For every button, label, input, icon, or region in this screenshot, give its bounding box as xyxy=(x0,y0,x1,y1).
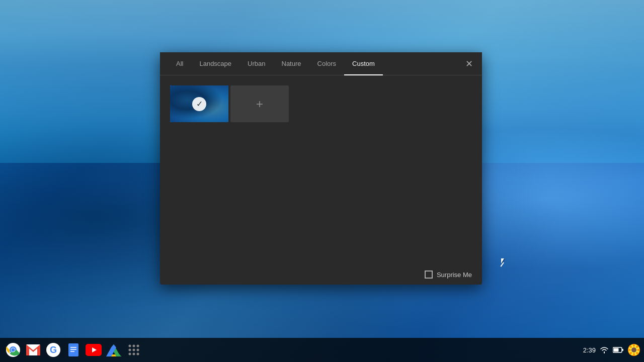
svg-point-14 xyxy=(133,345,135,347)
tab-urban[interactable]: Urban xyxy=(239,53,273,75)
taskbar-youtube[interactable] xyxy=(85,341,103,359)
plus-icon: + xyxy=(256,97,263,111)
tab-colors[interactable]: Colors xyxy=(309,53,345,75)
svg-point-15 xyxy=(137,345,139,347)
taskbar-drive[interactable] xyxy=(105,341,123,359)
wallpaper-dialog: All Landscape Urban Nature Colors Custom… xyxy=(160,52,482,285)
wifi-icon xyxy=(600,346,609,353)
tab-all[interactable]: All xyxy=(168,53,191,75)
taskbar-apps-launcher[interactable] xyxy=(125,341,143,359)
taskbar: G xyxy=(0,338,644,362)
taskbar-docs[interactable] xyxy=(64,341,83,359)
taskbar-apps: G xyxy=(4,341,583,359)
thumbnail-photo-1[interactable]: ✓ xyxy=(170,85,228,122)
svg-rect-8 xyxy=(70,347,76,348)
svg-point-27 xyxy=(633,344,635,347)
close-button[interactable]: ✕ xyxy=(462,57,476,71)
selected-overlay: ✓ xyxy=(170,85,228,122)
add-photo-button[interactable]: + xyxy=(230,85,289,122)
surprise-me-option[interactable]: Surprise Me xyxy=(425,270,472,279)
tab-landscape[interactable]: Landscape xyxy=(191,53,239,75)
battery-icon xyxy=(613,347,624,353)
taskbar-google-search[interactable]: G xyxy=(44,341,62,359)
surprise-me-label: Surprise Me xyxy=(437,271,472,279)
taskbar-gmail[interactable] xyxy=(24,341,42,359)
svg-point-18 xyxy=(137,349,139,351)
wallpaper-tray-icon[interactable] xyxy=(628,344,640,356)
tab-nature[interactable]: Nature xyxy=(274,53,309,75)
tab-custom[interactable]: Custom xyxy=(344,53,383,75)
dialog-bottom: Surprise Me xyxy=(160,264,482,285)
svg-rect-9 xyxy=(70,349,76,350)
checkmark-icon: ✓ xyxy=(192,97,206,111)
svg-point-17 xyxy=(133,349,135,351)
svg-point-3 xyxy=(12,348,15,352)
svg-point-28 xyxy=(633,353,635,356)
dialog-content: ✓ + xyxy=(160,75,482,264)
svg-text:G: G xyxy=(50,345,57,355)
taskbar-chrome[interactable] xyxy=(4,341,22,359)
svg-point-16 xyxy=(129,349,131,351)
svg-point-29 xyxy=(628,349,631,351)
svg-point-19 xyxy=(129,353,131,355)
svg-rect-10 xyxy=(70,351,74,352)
svg-point-13 xyxy=(129,345,131,347)
svg-point-26 xyxy=(631,347,636,352)
system-tray: 2:39 xyxy=(583,344,640,356)
thumbnail-grid: ✓ + xyxy=(170,85,472,122)
tab-bar: All Landscape Urban Nature Colors Custom… xyxy=(160,52,482,75)
surprise-me-checkbox[interactable] xyxy=(425,270,433,279)
svg-rect-23 xyxy=(622,349,623,351)
clock: 2:39 xyxy=(583,346,596,354)
svg-point-20 xyxy=(133,353,135,355)
svg-point-30 xyxy=(637,349,640,351)
svg-rect-24 xyxy=(614,348,619,352)
svg-point-21 xyxy=(137,353,139,355)
